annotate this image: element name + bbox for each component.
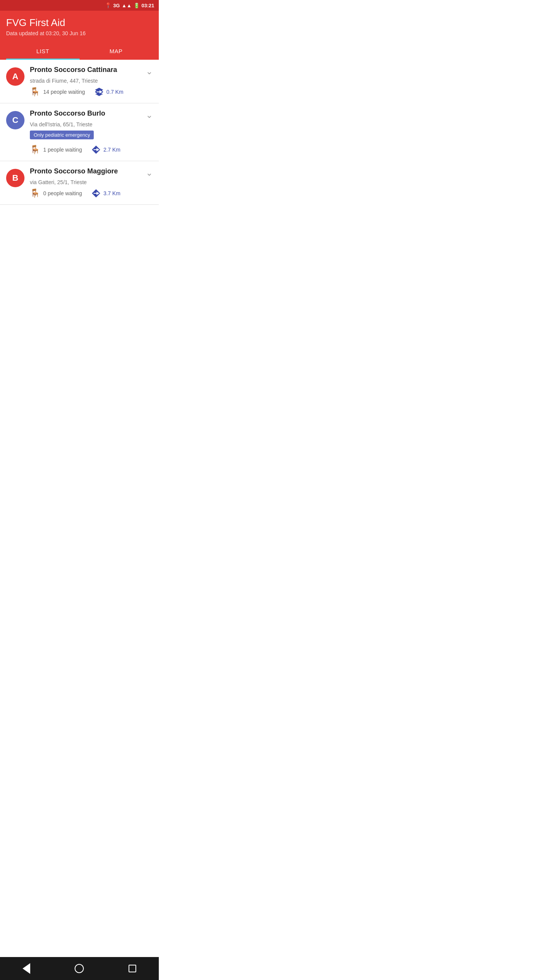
data-updated: Data updated at 03:20, 30 Jun 16 [6, 30, 153, 36]
waiting-count-b: 0 people waiting [43, 190, 82, 196]
facility-address-c: Via dell'Istria, 65/1, Trieste [30, 121, 153, 127]
pediatric-badge: Only pediatric emergency [30, 131, 94, 139]
waiting-info-a: 🪑 14 people waiting [30, 87, 85, 97]
nav-recent-button[interactable] [125, 961, 140, 976]
network-type: 3G [113, 3, 120, 8]
item-stats-c: 🪑 1 people waiting 2.7 Km [30, 145, 153, 155]
item-stats-b: 🪑 0 people waiting 3.7 Km [30, 188, 153, 198]
person-waiting-icon-a: 🪑 [30, 87, 40, 97]
badge-a: A [6, 67, 24, 86]
home-icon [75, 964, 84, 973]
app-title: FVG First Aid [6, 17, 153, 29]
distance-info-b: 3.7 Km [91, 188, 120, 198]
item-content-c: Pronto Soccorso Burlo ⌄ Via dell'Istria,… [30, 109, 153, 155]
item-content-b: Pronto Soccorso Maggiore ⌄ via Gatteri, … [30, 167, 153, 198]
badge-b: B [6, 169, 24, 187]
facility-name-c: Pronto Soccorso Burlo [30, 109, 143, 118]
badge-c: C [6, 111, 24, 129]
chevron-icon-a: ⌄ [146, 67, 153, 77]
distance-info-a: 0.7 Km [94, 87, 123, 97]
status-icons: 📍 3G ▲▲ 🔋 03:21 [105, 2, 154, 8]
direction-icon-a [94, 87, 104, 97]
list-item-b[interactable]: B Pronto Soccorso Maggiore ⌄ via Gatteri… [0, 161, 159, 205]
chevron-icon-c: ⌄ [146, 110, 153, 120]
direction-icon-b [91, 188, 101, 198]
clock: 03:21 [142, 3, 154, 8]
list-item-c[interactable]: C Pronto Soccorso Burlo ⌄ Via dell'Istri… [0, 103, 159, 161]
person-waiting-icon-c: 🪑 [30, 145, 40, 155]
recent-apps-icon [129, 965, 136, 972]
nav-back-button[interactable] [19, 961, 34, 976]
item-content-a: Pronto Soccorso Cattinara ⌄ strada di Fi… [30, 66, 153, 97]
tab-list[interactable]: LIST [6, 42, 80, 60]
waiting-count-a: 14 people waiting [43, 89, 85, 95]
battery-icon: 🔋 [134, 3, 140, 8]
direction-icon-c [91, 145, 101, 155]
nav-home-button[interactable] [72, 961, 87, 976]
tab-bar: LIST MAP [6, 42, 153, 60]
facilities-list: A Pronto Soccorso Cattinara ⌄ strada di … [0, 60, 159, 205]
distance-b: 3.7 Km [103, 190, 120, 196]
signal-icon: ▲▲ [122, 3, 132, 8]
header: FVG First Aid Data updated at 03:20, 30 … [0, 11, 159, 60]
list-item[interactable]: A Pronto Soccorso Cattinara ⌄ strada di … [0, 60, 159, 103]
waiting-count-c: 1 people waiting [43, 147, 82, 153]
location-icon: 📍 [105, 2, 111, 8]
distance-c: 2.7 Km [103, 147, 120, 153]
navigation-bar [0, 957, 159, 980]
item-header-a: Pronto Soccorso Cattinara ⌄ [30, 66, 153, 77]
facility-name-b: Pronto Soccorso Maggiore [30, 167, 143, 175]
waiting-info-c: 🪑 1 people waiting [30, 145, 82, 155]
item-stats-a: 🪑 14 people waiting 0.7 Km [30, 87, 153, 97]
waiting-info-b: 🪑 0 people waiting [30, 188, 82, 198]
item-header-c: Pronto Soccorso Burlo ⌄ [30, 109, 153, 120]
facility-address-a: strada di Fiume, 447, Trieste [30, 78, 153, 84]
facility-name-a: Pronto Soccorso Cattinara [30, 66, 143, 74]
facility-address-b: via Gatteri, 25/1, Trieste [30, 179, 153, 185]
tab-map[interactable]: MAP [80, 42, 153, 60]
status-bar: 📍 3G ▲▲ 🔋 03:21 [0, 0, 159, 11]
distance-a: 0.7 Km [106, 89, 123, 95]
distance-info-c: 2.7 Km [91, 145, 120, 155]
item-header-b: Pronto Soccorso Maggiore ⌄ [30, 167, 153, 178]
person-waiting-icon-b: 🪑 [30, 188, 40, 198]
back-icon [23, 963, 30, 974]
chevron-icon-b: ⌄ [146, 168, 153, 178]
